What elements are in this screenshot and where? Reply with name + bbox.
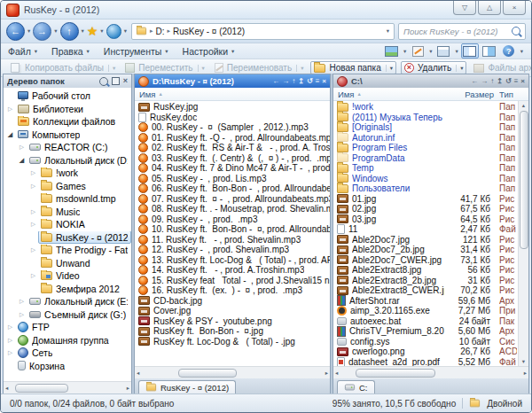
tree-item[interactable]: ▷Video [4,269,131,283]
panel-back-icon[interactable]: ← [272,78,279,85]
layout-button[interactable] [434,43,452,58]
file-row[interactable]: 112,47 КбФай [333,224,528,235]
forward-button[interactable]: → [33,22,51,41]
tree-item[interactable]: ▷NOKIA [4,218,131,231]
file-row[interactable]: 03.jpg64,5 КбРис [333,214,528,225]
file-row[interactable]: 14. RusKey ft. - , prod. A.Troshin.mp3 [135,265,330,276]
toolbar-archive-button[interactable]: Файлы архивов▾ [471,62,532,74]
expander-icon[interactable]: ▷ [17,311,27,318]
back-dropdown-icon[interactable]: ▾ [27,27,31,35]
file-row[interactable]: 04. RusKey ft. 7 & Dino Mc47 & Air-T - ,… [135,163,330,174]
tree-item[interactable]: ◢Локальный диск (D:) [4,154,131,168]
file-row[interactable]: 13. RusKey ft. Loc-Dog & ( Total) - , pr… [135,255,330,266]
panel-forward-icon[interactable]: → [282,78,289,85]
scroll-up-icon[interactable]: ▴ [522,102,525,109]
breadcrumb-drive[interactable]: D: [155,27,164,36]
toolbar-move-button[interactable]: Переместить▾ [122,62,207,74]
breadcrumb-path[interactable]: RusKey - ¤ (2012) [173,27,245,36]
tree-item[interactable]: msdownld.tmp [4,192,131,206]
panel-d-header[interactable]: D:\RusKey - ¤ (2012) ← → ↑ ↥ ↺ ≡ × [135,74,330,88]
file-row[interactable]: 02.jpg67,5 КбРис [333,204,528,214]
panel-c-scroll-thumb[interactable] [520,111,528,249]
file-row[interactable]: 07. RusKey ft. ¤ - , prod. Allroundabeat… [135,194,330,205]
scroll-left-icon[interactable]: ◂ [335,370,338,377]
expander-icon[interactable]: ▷ [28,208,38,215]
column-name-label[interactable]: Имя [139,90,156,99]
panel-refresh-icon[interactable]: ↺ [505,78,512,85]
file-row[interactable]: 10. RusKey ft. Bon-Bon - ¤, prod. Allrou… [135,224,330,235]
expander-icon[interactable]: ▷ [28,169,38,176]
panel-c-header[interactable]: C:\ ← → ↑ ↥ ↺ ≡ × [333,74,528,88]
file-row[interactable]: RusKey ft. Bon-Bon - ¤.jpg [135,326,330,337]
file-row[interactable]: CD-back.jpg [135,296,330,307]
minimize-button[interactable]: ▽ [453,1,476,15]
scroll-down-icon[interactable]: ▾ [522,358,525,365]
back-button[interactable]: ← [6,22,25,41]
tree-item[interactable]: ▷!work [4,167,131,180]
panel-d-column-header[interactable]: Имя▴ [135,88,330,101]
search-icon[interactable] [512,27,520,35]
file-row[interactable]: ChrisTV_Premium_8.20.rar5,60 МбАрх [333,326,528,337]
menu-item-0[interactable]: Файл▾ [8,46,37,57]
file-row[interactable]: Able2Extract8_CWER.jpg70,2 КбРис [333,285,528,296]
file-row[interactable]: RusKey.doc [135,113,330,123]
file-row[interactable]: RusKey.jpg [135,102,330,113]
panel-d-horizontal-scrollbar[interactable]: ◂ ▸ [135,366,330,378]
tree-item[interactable]: ▷Сеть [4,347,131,360]
column-type-label[interactable]: Тип [499,90,517,99]
file-row[interactable]: Program FilesПап [333,143,528,153]
panel-refresh-icon[interactable]: ↺ [307,78,313,85]
file-row[interactable]: Able2Doc7_2b.jpg31,4 КбРис [333,245,528,255]
search-box[interactable]: Поиск RusKey - ¤ (2012) [398,23,526,40]
file-row[interactable]: Cover.jpg [135,306,330,316]
favorites-dropdown-icon[interactable]: ▾ [99,27,104,35]
file-row[interactable]: aimp_3.20.1165.exe7,27 МбПри [333,306,528,316]
file-row[interactable]: 16. RusKey ft. (ex. ) - ¤ , prod. .mp3 [135,285,330,296]
file-row[interactable]: 09. RusKey - , prod. .mp3 [135,214,330,225]
help-dropdown-icon[interactable]: ▾ [520,48,524,55]
expander-icon[interactable]: ▷ [28,221,38,228]
expander-icon[interactable]: ▷ [17,298,27,305]
panel-close-icon[interactable]: × [520,78,525,85]
tree-horizontal-scrollbar[interactable]: ◂ ▸ [4,381,131,394]
tree-undock-icon[interactable] [112,77,120,85]
expander-icon[interactable]: ◢ [5,130,15,138]
expander-icon[interactable]: ▷ [5,105,15,113]
tree-search-icon[interactable] [99,77,108,86]
expander-icon[interactable]: ▷ [5,349,15,356]
file-row[interactable]: 11. RusKey ft. - , prod. Shevalin.mp3 [135,235,330,245]
file-row[interactable]: Able2Extract8.jpg56 КбРис [333,265,528,276]
file-row[interactable]: [Originals]Пап [333,122,528,133]
scroll-left-icon[interactable]: ◂ [5,385,8,392]
file-row[interactable]: datasheet_a2d_pro.pdf5,52 МбФай [333,357,528,367]
tree-item[interactable]: ▷Games [4,180,131,193]
expander-icon[interactable]: ▷ [28,272,38,279]
file-row[interactable]: ProgramDataПап [333,153,528,164]
globe-dropdown-icon[interactable]: ▾ [123,27,128,35]
panel-menu-icon[interactable]: ≡ [514,78,519,85]
file-row[interactable]: !workПап [333,102,528,113]
menu-item-1[interactable]: Правка▾ [51,46,90,57]
file-row[interactable]: TempПап [333,163,528,174]
file-row[interactable]: Able2Doc7_CWER.jpg73,1 КбРис [333,255,528,266]
expander-icon[interactable]: ▷ [28,246,38,253]
panel-c-column-header[interactable]: Имя▴ Размер Тип [333,88,528,101]
panel-c-horizontal-scrollbar[interactable]: ◂ ▸ [333,366,528,378]
menu-item-3[interactable]: Настройки▾ [183,46,235,57]
tree-item[interactable]: Земфира 2012 [4,283,131,296]
file-row[interactable]: ПользователиПап [333,183,528,194]
tree-close-icon[interactable]: × [123,77,128,85]
file-row[interactable]: Able2Extract8_2b.jpg31 КбРис [333,276,528,286]
edit-tools-dropdown-icon[interactable]: ▾ [428,48,433,55]
edit-tools-button[interactable] [409,43,426,58]
tree-item[interactable]: ▷Съемный диск (G:) [4,308,131,322]
file-row[interactable]: AfterShot.rar59,6 МбАрх [333,296,528,307]
tree-item[interactable]: Коллекции файлов [4,115,131,129]
panel-root-icon[interactable]: ↥ [497,78,503,85]
file-row[interactable]: Autorun.infПап [333,133,528,144]
preview-pane-button[interactable] [481,43,498,58]
file-row[interactable]: autoexec.bat24 байтПак [333,316,528,327]
toolbar-copy-button[interactable]: Копировать файлы▾ [8,62,118,74]
expander-icon[interactable]: ▷ [17,144,27,151]
file-row[interactable]: 02. RusKey ft. RS & Air-T & - , prod. A.… [135,143,330,153]
